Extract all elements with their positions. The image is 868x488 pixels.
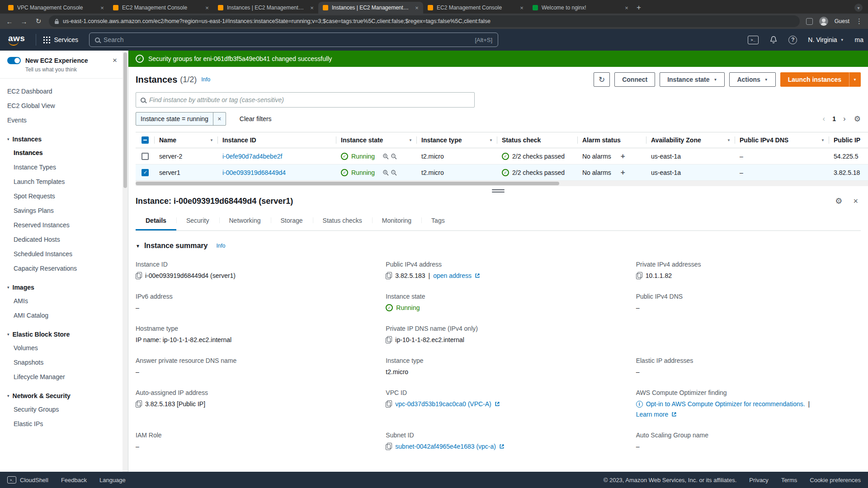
sidebar-item-instances[interactable]: Instances [0,145,123,160]
copy-icon[interactable] [636,272,642,279]
browser-tab-4-active[interactable]: Instances | EC2 Management Co × [318,2,423,14]
new-experience-toggle[interactable] [7,57,21,64]
collapse-triangle-icon[interactable]: ▼ [136,244,140,249]
panel-splitter[interactable] [136,186,861,195]
sidebar-item-ec2-dashboard[interactable]: EC2 Dashboard [0,84,123,99]
copy-icon[interactable] [386,443,392,450]
tab-security[interactable]: Security [176,212,219,230]
next-page-icon[interactable]: › [843,114,846,123]
sidebar-item-lifecycle-manager[interactable]: Lifecycle Manager [0,370,123,384]
close-tab-icon[interactable]: × [203,4,211,11]
learn-more-link[interactable]: Learn more [636,411,669,418]
copy-icon[interactable] [136,400,142,408]
forward-icon[interactable]: → [20,18,28,25]
sidebar-section-instances[interactable]: ▾ Instances [0,131,123,145]
column-header-public-ip[interactable]: Public IP [834,136,860,144]
column-header-instance-type[interactable]: Instance type [421,136,462,144]
sidebar-item-scheduled-instances[interactable]: Scheduled Instances [0,247,123,261]
column-header-public-dns[interactable]: Public IPv4 DNS [740,136,788,144]
detail-settings-gear-icon[interactable]: ⚙ [835,196,842,206]
extensions-icon[interactable] [806,18,813,25]
browser-tab-3[interactable]: Instances | EC2 Management Co × [213,2,318,14]
sidebar-item-instance-types[interactable]: Instance Types [0,160,123,174]
table-settings-gear-icon[interactable]: ⚙ [854,114,861,124]
browser-tab-2[interactable]: EC2 Management Console × [108,2,213,14]
zoom-out-icon[interactable] [391,153,397,160]
copy-icon[interactable] [386,400,392,408]
table-row-server1-selected[interactable]: server1 i-00e093919d68449d4 Running t [136,164,868,181]
sidebar-item-dedicated-hosts[interactable]: Dedicated Hosts [0,232,123,247]
launch-instances-caret[interactable]: ▼ [849,72,861,87]
table-row-server-2[interactable]: server-2 i-0efe90d7ad4bebe2f Running [136,148,868,164]
close-tab-icon[interactable]: × [518,4,525,11]
sidebar-item-events[interactable]: Events [0,113,123,127]
info-link[interactable]: Info [201,76,210,83]
terms-link[interactable]: Terms [781,477,797,483]
copy-icon[interactable] [136,272,142,279]
tab-search-icon[interactable]: ▾ [854,4,863,12]
refresh-button[interactable]: ↻ [594,72,610,87]
sidebar-item-capacity-reservations[interactable]: Capacity Reservations [0,261,123,276]
services-menu[interactable]: Services [43,36,78,43]
column-header-status-check[interactable]: Status check [502,136,541,144]
browser-menu-icon[interactable]: ⋮ [856,17,863,25]
sidebar-section-elastic-block-store[interactable]: ▾ Elastic Block Store [0,326,123,341]
sidebar-item-launch-templates[interactable]: Launch Templates [0,174,123,189]
privacy-link[interactable]: Privacy [749,477,769,483]
console-search-input[interactable] [104,36,471,43]
sidebar-item-elastic-ips[interactable]: Elastic IPs [0,417,123,431]
close-icon[interactable]: × [113,56,117,65]
vpc-link[interactable]: vpc-0d37d53b19cac0ca0 (VPC-A) [395,400,491,408]
cookie-preferences-link[interactable]: Cookie preferences [810,477,861,483]
sort-icon[interactable]: ▼ [727,138,731,142]
tab-storage[interactable]: Storage [271,212,313,230]
previous-page-icon[interactable]: ‹ [823,114,826,123]
region-selector[interactable]: N. Virginia ▼ [808,36,844,43]
sidebar-item-savings-plans[interactable]: Savings Plans [0,203,123,218]
sidebar-scrollbar[interactable] [123,51,128,472]
close-tab-icon[interactable]: × [308,4,316,11]
sort-icon[interactable]: ▼ [210,138,213,142]
copy-icon[interactable] [386,272,392,279]
tab-networking[interactable]: Networking [219,212,271,230]
sidebar-item-amis[interactable]: AMIs [0,294,123,308]
reload-icon[interactable]: ↻ [34,17,42,25]
horizontal-scrollbar[interactable] [136,181,868,186]
column-header-instance-id[interactable]: Instance ID [222,136,256,144]
sidebar-item-ami-catalog[interactable]: AMI Catalog [0,308,123,323]
tab-status-checks[interactable]: Status checks [313,212,372,230]
sort-icon[interactable]: ▼ [821,138,825,142]
sidebar-item-reserved-instances[interactable]: Reserved Instances [0,218,123,232]
find-instance-input[interactable] [149,96,470,103]
browser-tab-5[interactable]: EC2 Management Console × [423,2,528,14]
close-tab-icon[interactable]: × [623,4,630,11]
sidebar-item-snapshots[interactable]: Snapshots [0,355,123,370]
sort-icon[interactable]: ▼ [489,138,493,142]
help-icon[interactable]: ? [788,36,797,44]
sidebar-item-spot-requests[interactable]: Spot Requests [0,189,123,203]
info-link[interactable]: Info [216,243,225,249]
instance-summary-header[interactable]: ▼ Instance summary Info [136,242,861,250]
sidebar-item-security-groups[interactable]: Security Groups [0,402,123,417]
notifications-bell-icon[interactable] [769,36,778,44]
profile-avatar[interactable] [819,17,828,26]
add-alarm-icon[interactable]: + [621,168,625,177]
zoom-out-icon[interactable] [391,169,397,176]
optimizer-opt-in-link[interactable]: Opt-in to AWS Compute Optimizer for reco… [646,400,805,408]
select-all-checkbox[interactable] [142,136,149,144]
sidebar-item-volumes[interactable]: Volumes [0,341,123,355]
cloudshell-icon[interactable]: >_ [748,36,759,44]
current-page[interactable]: 1 [832,115,836,122]
actions-dropdown[interactable]: Actions ▼ [729,72,775,87]
drag-handle-icon[interactable] [492,189,505,192]
sidebar-item-ec2-global-view[interactable]: EC2 Global View [0,99,123,113]
column-header-instance-state[interactable]: Instance state [341,136,383,144]
launch-instances-button[interactable]: Launch instances [780,72,849,87]
tab-monitoring[interactable]: Monitoring [372,212,421,230]
zoom-in-icon[interactable] [382,153,389,160]
instance-id-link[interactable]: i-00e093919d68449d4 [222,169,286,176]
sidebar-section-network-security[interactable]: ▾ Network & Security [0,388,123,402]
browser-tab-1[interactable]: VPC Management Console × [4,2,108,14]
row-checkbox-checked[interactable] [142,169,149,176]
find-instance-search[interactable] [136,92,475,108]
